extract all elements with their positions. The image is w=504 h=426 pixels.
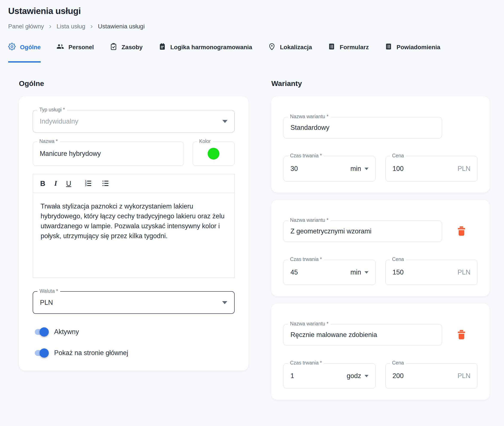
service-name-value: Manicure hybrydowy (40, 150, 101, 157)
tab-powiadomienia[interactable]: Powiadomienia (385, 43, 441, 63)
trash-icon (455, 224, 468, 238)
price-value: 150 (392, 269, 404, 276)
clipboard-check-icon (110, 43, 117, 52)
variant-name-value: Ręcznie malowane zdobienia (290, 331, 377, 339)
tab-label: Lokalizacja (280, 44, 312, 51)
price-field[interactable]: Cena 150 PLN (385, 260, 478, 285)
variant-name-input[interactable]: Nazwa wariantu * Ręcznie malowane zdobie… (283, 324, 442, 346)
currency-select[interactable]: Waluta * PLN (33, 291, 235, 314)
price-field[interactable]: Cena 100 PLN (385, 156, 478, 181)
toggle-active[interactable]: Aktywny (35, 328, 235, 336)
variant-name-value: Standardowy (290, 124, 329, 132)
toggle-group: Aktywny Pokaż na stronie głównej (33, 328, 235, 357)
price-currency-suffix: PLN (458, 165, 470, 173)
description-editor[interactable]: Trwała stylizacja paznokci z wykorzystan… (33, 193, 235, 278)
tab-formularz[interactable]: Formularz (328, 43, 369, 63)
duration-value: 1 (290, 372, 294, 380)
duration-label: Czas trwania * (288, 360, 324, 366)
color-picker-field[interactable]: Kolor (192, 142, 235, 166)
price-field[interactable]: Cena 200 PLN (385, 363, 478, 389)
duration-field[interactable]: Czas trwania * 1 godz (283, 363, 376, 389)
price-value: 200 (392, 372, 404, 380)
breadcrumb-separator-icon: › (91, 22, 93, 30)
duration-value: 45 (290, 269, 298, 276)
variant-card-standardowy: Nazwa wariantu * Standardowy Czas trwani… (271, 96, 490, 192)
currency-value: PLN (40, 299, 53, 306)
toggle-active-label: Aktywny (54, 328, 79, 336)
toggle-show-on-homepage[interactable]: Pokaż na stronie głównej (35, 349, 235, 357)
trash-icon (455, 328, 468, 342)
italic-button[interactable]: I (54, 180, 57, 187)
page-header: Ustawienia usługi Panel główny › Lista u… (0, 0, 504, 30)
duration-label: Czas trwania * (288, 256, 324, 262)
tab-zasoby[interactable]: Zasoby (110, 43, 143, 63)
duration-unit-value: godz (347, 372, 361, 380)
chevron-down-icon (222, 120, 228, 123)
duration-unit-select[interactable]: godz (347, 372, 368, 380)
price-label: Cena (390, 360, 406, 366)
price-label: Cena (390, 256, 406, 262)
svg-text:3: 3 (85, 184, 87, 187)
tab-logika-harmonogramowania[interactable]: Logika harmonogramowania (159, 43, 252, 63)
price-label: Cena (390, 153, 406, 159)
breadcrumb-item-lista-uslug[interactable]: Lista usług (56, 23, 85, 30)
bold-button[interactable]: B (40, 180, 45, 187)
delete-variant-button[interactable] (455, 328, 468, 342)
switch-knob (40, 327, 49, 337)
tab-personel[interactable]: Personel (56, 43, 94, 63)
breadcrumb-item-current: Ustawienia usługi (98, 23, 145, 30)
switch-on-track[interactable] (35, 350, 48, 356)
service-name-input[interactable]: Nazwa * Manicure hybrydowy (33, 142, 184, 166)
editor-toolbar: B I U 123 (33, 174, 235, 193)
switch-knob (40, 348, 49, 358)
gear-icon (8, 43, 16, 52)
variant-name-input[interactable]: Nazwa wariantu * Z geometrycznymi wzoram… (283, 220, 442, 242)
service-type-label: Typ usługi * (37, 107, 67, 113)
bullet-list-button[interactable] (101, 179, 110, 187)
service-type-select[interactable]: Typ usługi * Indywidualny (33, 110, 235, 133)
price-value: 100 (392, 165, 404, 173)
variant-name-label: Nazwa wariantu * (288, 321, 331, 327)
service-type-value: Indywidualny (40, 118, 78, 125)
duration-unit-value: min (350, 269, 361, 276)
variant-name-input[interactable]: Nazwa wariantu * Standardowy (283, 117, 442, 138)
delete-variant-button[interactable] (455, 224, 468, 238)
tab-ogolne[interactable]: Ogólne (8, 43, 41, 63)
page-title: Ustawienia usługi (8, 6, 496, 16)
ordered-list-button[interactable]: 123 (84, 179, 92, 187)
general-card: Typ usługi * Indywidualny Nazwa * Manicu… (19, 96, 248, 370)
schedule-icon (159, 43, 166, 52)
tab-label: Zasoby (122, 44, 143, 51)
tab-lokalizacja[interactable]: Lokalizacja (268, 43, 312, 63)
chevron-down-icon (364, 375, 368, 377)
tab-label: Personel (68, 44, 94, 51)
duration-unit-select[interactable]: min (350, 269, 368, 276)
duration-label: Czas trwania * (288, 153, 324, 159)
switch-on-track[interactable] (35, 329, 48, 335)
variant-card-recznie-malowane: Nazwa wariantu * Ręcznie malowane zdobie… (271, 304, 490, 400)
section-heading-ogolne: Ogólne (19, 79, 248, 88)
variant-name-value: Z geometrycznymi wzorami (290, 227, 371, 235)
tab-label: Ogólne (20, 44, 41, 51)
tab-label: Formularz (340, 44, 369, 51)
duration-unit-value: min (350, 165, 361, 173)
underline-button[interactable]: U (66, 180, 71, 187)
currency-label: Waluta * (37, 288, 60, 294)
variant-name-label: Nazwa wariantu * (288, 217, 331, 223)
tab-label: Powiadomienia (397, 44, 441, 51)
service-name-label: Nazwa * (37, 138, 60, 144)
price-currency-suffix: PLN (458, 372, 470, 380)
duration-unit-select[interactable]: min (350, 165, 368, 173)
duration-field[interactable]: Czas trwania * 45 min (283, 260, 376, 285)
chevron-down-icon (222, 301, 227, 304)
breadcrumb: Panel główny › Lista usług › Ustawienia … (8, 22, 496, 30)
ordered-list-icon: 123 (84, 179, 92, 187)
variant-card-geometryczne: Nazwa wariantu * Z geometrycznymi wzoram… (271, 200, 490, 296)
duration-field[interactable]: Czas trwania * 30 min (283, 156, 376, 181)
breadcrumb-item-panel-glowny[interactable]: Panel główny (8, 23, 44, 30)
bullet-list-icon (101, 179, 110, 187)
variant-name-label: Nazwa wariantu * (288, 114, 331, 120)
price-currency-suffix: PLN (458, 269, 470, 276)
color-swatch[interactable] (208, 148, 220, 160)
tab-label: Logika harmonogramowania (170, 44, 252, 51)
